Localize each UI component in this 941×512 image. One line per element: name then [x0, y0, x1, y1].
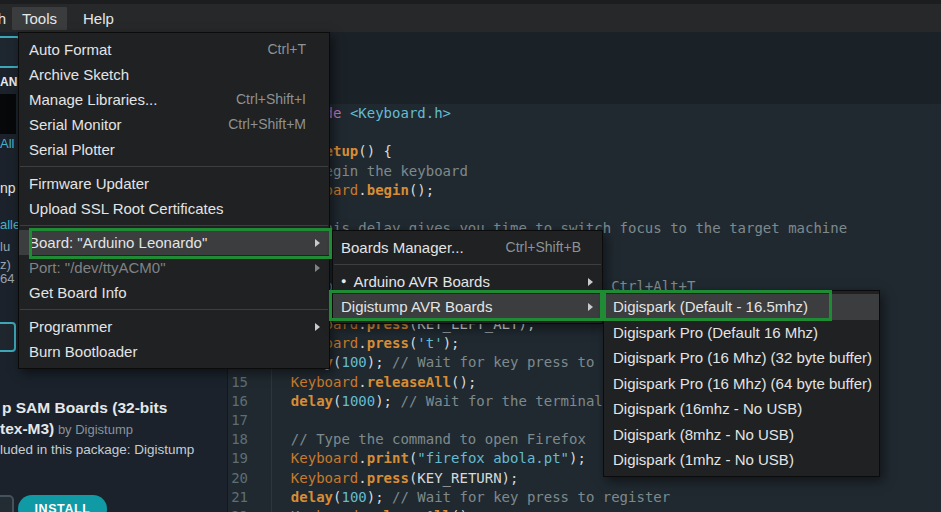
- submenu-arrow-icon: [315, 239, 320, 247]
- menu-item-digispark-1mhz-no-usb[interactable]: Digispark (1mhz - No USB): [604, 447, 879, 473]
- version-select-fragment[interactable]: [0, 495, 14, 512]
- menu-item-firmware-updater[interactable]: Firmware Updater: [19, 171, 329, 196]
- menu-item-label: Auto Format: [29, 37, 112, 62]
- menu-item-get-board-info[interactable]: Get Board Info: [19, 280, 329, 305]
- menu-item-label: Digispark Pro (16 Mhz) (64 byte buffer): [613, 371, 872, 397]
- menu-item-label: Programmer: [29, 314, 112, 339]
- submenu-arrow-icon: [315, 323, 320, 331]
- panel-text-fragment: AN: [0, 75, 17, 89]
- code-text: Keyboard.print("firefox abola.pt");: [272, 449, 586, 468]
- board-submenu: Boards Manager...Ctrl+Shift+B●Arduino AV…: [332, 230, 603, 324]
- menu-item-upload-ssl-root-certificates[interactable]: Upload SSL Root Certificates: [19, 196, 329, 221]
- menu-item-label: Board: "Arduino Leonardo": [29, 230, 207, 255]
- menu-item-label: Digispark (1mhz - No USB): [613, 447, 794, 473]
- menu-item-shortcut: Ctrl+T: [268, 37, 320, 62]
- menu-item-digispark-pro-16-mhz-64-byte-buffer[interactable]: Digispark Pro (16 Mhz) (64 byte buffer): [604, 371, 879, 397]
- radio-bullet-icon: ●: [341, 269, 346, 294]
- menu-item-label: Firmware Updater: [29, 171, 149, 196]
- menubar-item-help[interactable]: Help: [73, 7, 124, 30]
- line-number: 15: [228, 373, 272, 392]
- menu-item-label: Arduino AVR Boards: [353, 269, 489, 294]
- menu-item-digispark-default-16-5mhz[interactable]: Digispark (Default - 16.5mhz): [604, 294, 879, 320]
- menu-item-arduino-avr-boards[interactable]: ●Arduino AVR Boards: [333, 269, 602, 294]
- package-title-line2: tex-M3) by Digistump: [0, 420, 133, 438]
- package-description: luded in this package: Digistump: [0, 442, 194, 457]
- panel-text-fragment: np: [0, 180, 16, 196]
- menu-item-digispark-8mhz-no-usb[interactable]: Digispark (8mhz - No USB): [604, 422, 879, 448]
- panel-text-fragment: z): [0, 257, 11, 272]
- panel-box-fragment: [0, 94, 16, 134]
- install-button[interactable]: INSTALL: [18, 495, 107, 512]
- menubar-item-tools[interactable]: Tools: [12, 7, 67, 30]
- line-number: 16: [228, 392, 272, 411]
- menu-separator: [20, 166, 328, 167]
- menu-separator: [20, 225, 328, 226]
- menu-item-label: Boards Manager...: [341, 235, 464, 260]
- code-text: Keyboard.releaseAll();: [272, 373, 476, 392]
- menu-item-label: Serial Monitor: [29, 112, 122, 137]
- line-number: 18: [228, 430, 272, 449]
- menu-item-manage-libraries[interactable]: Manage Libraries...Ctrl+Shift+I: [19, 87, 329, 112]
- menu-item-archive-sketch[interactable]: Archive Sketch: [19, 62, 329, 87]
- menu-item-label: Digispark (Default - 16.5mhz): [613, 294, 808, 320]
- version-dropdown-fragment[interactable]: [0, 322, 16, 352]
- panel-text-fragment: lu: [0, 239, 10, 254]
- menu-item-shortcut: Ctrl+Shift+M: [228, 112, 319, 137]
- menu-item-digispark-pro-default-16-mhz[interactable]: Digispark Pro (Default 16 Mhz): [604, 320, 879, 346]
- menu-item-board-arduino-leonardo[interactable]: Board: "Arduino Leonardo": [19, 230, 329, 255]
- menu-item-label: Digispark Pro (Default 16 Mhz): [613, 320, 818, 346]
- code-line: 5 Keyboard.begin();: [228, 181, 941, 200]
- line-number: 19: [228, 449, 272, 468]
- menu-item-port-dev-ttyacm0[interactable]: Port: "/dev/ttyACM0": [19, 255, 329, 280]
- code-line: 4 // begin the keyboard: [228, 162, 941, 181]
- submenu-arrow-icon: [315, 264, 320, 272]
- menu-item-digispark-16mhz-no-usb[interactable]: Digispark (16mhz - No USB): [604, 396, 879, 422]
- menu-item-digispark-pro-16-mhz-32-byte-buffer[interactable]: Digispark Pro (16 Mhz) (32 byte buffer): [604, 345, 879, 371]
- menu-item-label: Digistump AVR Boards: [341, 294, 492, 319]
- menu-item-auto-format[interactable]: Auto FormatCtrl+T: [19, 37, 329, 62]
- package-title-line1: p SAM Boards (32-bits: [2, 399, 167, 417]
- menu-item-serial-monitor[interactable]: Serial MonitorCtrl+Shift+M: [19, 112, 329, 137]
- code-text: [272, 411, 274, 430]
- search-input-fragment[interactable]: [0, 36, 20, 68]
- menu-item-burn-bootloader[interactable]: Burn Bootloader: [19, 339, 329, 364]
- code-line: 3void setup() {: [228, 142, 941, 161]
- menu-item-label: Digispark Pro (16 Mhz) (32 byte buffer): [613, 345, 872, 371]
- tools-menu: Auto FormatCtrl+TArchive SketchManage Li…: [18, 32, 330, 369]
- code-line: 6: [228, 200, 941, 219]
- line-number: 22: [228, 507, 272, 512]
- code-line: 1#include <Keyboard.h>: [228, 104, 941, 123]
- menu-item-label: Digispark (8mhz - No USB): [613, 422, 794, 448]
- menu-item-shortcut: Ctrl+Shift+I: [236, 87, 319, 112]
- menu-item-label: Get Board Info: [29, 280, 127, 305]
- digistump-boards-submenu: Digispark (Default - 16.5mhz)Digispark P…: [603, 290, 880, 477]
- package-author: by Digistump: [54, 422, 133, 437]
- menu-item-digistump-avr-boards[interactable]: Digistump AVR Boards: [333, 294, 602, 319]
- code-text: Keyboard.press(KEY_RETURN);: [272, 469, 518, 488]
- code-line: 22 Keyboard.releaseAll();: [228, 507, 941, 512]
- panel-link-fragment: All: [0, 136, 14, 151]
- submenu-arrow-icon: [588, 303, 593, 311]
- menu-item-label: Archive Sketch: [29, 62, 129, 87]
- menu-item-label: Burn Bootloader: [29, 339, 137, 364]
- menu-item-label: Digispark (16mhz - No USB): [613, 396, 802, 422]
- panel-text-fragment: 64: [0, 271, 14, 286]
- line-number: 17: [228, 411, 272, 430]
- code-text: delay(100); // Wait for key press to reg…: [272, 488, 670, 507]
- menu-item-label: Port: "/dev/ttyACM0": [29, 255, 166, 280]
- code-text: // Type the command to open Firefox: [272, 430, 586, 449]
- menu-item-programmer[interactable]: Programmer: [19, 314, 329, 339]
- menu-item-label: Serial Plotter: [29, 137, 115, 162]
- menu-item-boards-manager[interactable]: Boards Manager...Ctrl+Shift+B: [333, 235, 602, 260]
- code-text: Keyboard.releaseAll();: [272, 507, 476, 512]
- code-line: 21 delay(100); // Wait for key press to …: [228, 488, 941, 507]
- menu-item-label: Upload SSL Root Certificates: [29, 196, 224, 221]
- menu-item-serial-plotter[interactable]: Serial Plotter: [19, 137, 329, 162]
- clipped-menu-fragment: h: [0, 10, 6, 27]
- code-line: 2: [228, 123, 941, 142]
- toolbar-strip: [228, 32, 941, 104]
- menu-separator: [20, 309, 328, 310]
- menu-item-shortcut: Ctrl+Shift+B: [506, 235, 594, 260]
- menu-separator: [334, 264, 601, 265]
- line-number: 20: [228, 469, 272, 488]
